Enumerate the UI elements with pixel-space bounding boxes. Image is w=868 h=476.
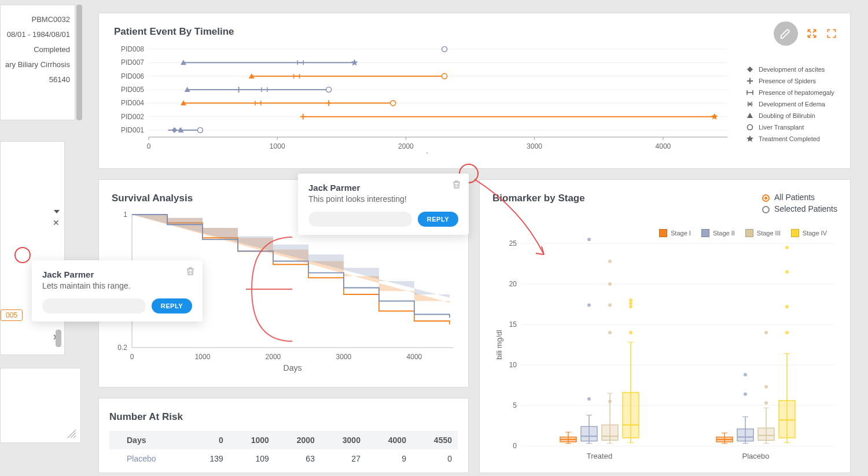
comment-author: Jack Parmer [42, 270, 192, 279]
svg-point-106 [744, 392, 747, 396]
biomarker-chart[interactable]: 0510152025bili mg/dlTreatedPlacebo [492, 238, 840, 469]
comment-body: Lets maintain this range. [42, 281, 192, 290]
svg-point-73 [587, 397, 591, 401]
comment-body: This point looks interesting! [308, 194, 458, 204]
annotation-circle [14, 246, 31, 264]
meta-line: PBMC0032 [5, 12, 70, 27]
comment-card: Jack Parmer Lets maintain this range. RE… [32, 260, 203, 322]
meta-line: 56140 [5, 72, 70, 87]
svg-text:1000: 1000 [270, 142, 285, 150]
svg-point-84 [608, 282, 612, 286]
svg-rect-111 [758, 428, 774, 440]
svg-text:3000: 3000 [336, 353, 352, 361]
svg-point-0 [15, 248, 30, 263]
svg-text:Days after Treatment: Days after Treatment [400, 152, 476, 153]
svg-text:bili mg/dl: bili mg/dl [495, 330, 503, 359]
svg-text:3000: 3000 [527, 142, 542, 150]
svg-text:PID008: PID008 [121, 45, 144, 53]
radio-all[interactable]: All Patients [762, 193, 837, 202]
timeline-panel: Patient Event By Timeline 01000200030004… [98, 13, 851, 169]
svg-text:0: 0 [513, 442, 517, 450]
stage-legend: Stage IStage IIStage IIIStage IV [492, 227, 837, 238]
svg-text:PID005: PID005 [121, 86, 144, 94]
svg-text:0: 0 [130, 353, 134, 361]
reply-input[interactable] [308, 212, 412, 227]
panel-title: Patient Event By Timeline [114, 26, 835, 38]
svg-point-36 [442, 73, 447, 79]
fullscreen-icon[interactable] [826, 28, 837, 39]
svg-point-38 [748, 125, 753, 130]
svg-text:PID007: PID007 [121, 58, 144, 67]
scrollbar[interactable] [56, 330, 61, 347]
resize-icon[interactable] [67, 429, 77, 439]
note-card [0, 368, 81, 443]
reply-button[interactable]: REPLY [418, 212, 458, 227]
svg-text:PID002: PID002 [121, 113, 144, 121]
svg-point-124 [785, 246, 789, 249]
comment-card: Jack Parmer This point looks interesting… [298, 174, 469, 235]
panel-title: Biomarker by Stage [492, 193, 762, 204]
svg-rect-104 [737, 429, 753, 441]
svg-text:0: 0 [147, 142, 151, 150]
svg-point-113 [764, 401, 768, 405]
svg-point-94 [629, 298, 632, 302]
svg-rect-119 [779, 401, 795, 438]
svg-rect-89 [623, 393, 639, 438]
svg-rect-71 [581, 426, 597, 441]
svg-text:10: 10 [509, 361, 517, 369]
svg-point-107 [744, 373, 747, 377]
study-meta-card: PBMC0032 08/01 - 1984/08/01 Completed ar… [0, 5, 75, 120]
svg-point-75 [587, 238, 591, 241]
svg-text:PID004: PID004 [121, 99, 144, 107]
svg-text:5: 5 [513, 401, 517, 409]
risk-table: Days010002000300040004550 Placebo1391096… [109, 431, 458, 468]
svg-text:1: 1 [123, 211, 127, 219]
radio-label: All Patients [774, 193, 815, 202]
meta-line: 08/01 - 1984/08/01 [5, 27, 70, 42]
svg-text:Days: Days [284, 363, 302, 372]
svg-point-34 [391, 101, 396, 106]
dropdown-caret[interactable] [54, 205, 60, 216]
svg-point-85 [608, 260, 612, 263]
svg-text:2000: 2000 [398, 142, 414, 150]
panel-title: Number At Risk [109, 411, 458, 423]
reply-button[interactable]: REPLY [152, 298, 192, 313]
scrollbar[interactable] [76, 5, 82, 120]
svg-text:0.2: 0.2 [117, 344, 127, 352]
expand-icon[interactable] [806, 28, 818, 39]
svg-point-81 [608, 400, 612, 403]
risk-panel: Number At Risk Days010002000300040004550… [98, 398, 469, 473]
comment-author: Jack Parmer [308, 183, 458, 193]
edit-button[interactable] [774, 21, 798, 46]
filter-card: ✕ 005 ✕ [0, 141, 65, 355]
svg-text:20: 20 [509, 280, 517, 288]
svg-text:2000: 2000 [266, 353, 281, 361]
svg-text:4000: 4000 [656, 142, 671, 150]
reply-input[interactable] [42, 298, 146, 313]
biomarker-panel: Biomarker by Stage All Patients Selected… [479, 179, 851, 473]
svg-point-83 [608, 303, 612, 307]
timeline-chart[interactable]: 01000200030004000Days after TreatmentPID… [114, 43, 739, 153]
svg-point-123 [785, 270, 789, 274]
meta-line: Completed [5, 42, 70, 57]
svg-text:4000: 4000 [407, 353, 422, 361]
svg-point-114 [764, 385, 768, 389]
svg-point-121 [785, 331, 789, 334]
svg-text:15: 15 [509, 320, 517, 329]
close-icon[interactable]: ✕ [53, 218, 60, 227]
radio-selected[interactable]: Selected Patients [762, 204, 837, 213]
patient-pill[interactable]: 005 [1, 309, 23, 321]
radio-label: Selected Patients [774, 204, 837, 213]
meta-line: ary Biliary Cirrhosis [5, 57, 70, 72]
svg-point-37 [442, 47, 447, 52]
svg-text:PID006: PID006 [121, 72, 144, 80]
svg-point-74 [587, 303, 591, 307]
svg-text:PID001: PID001 [121, 126, 144, 134]
svg-point-122 [785, 305, 789, 308]
svg-point-35 [326, 87, 332, 93]
svg-text:25: 25 [509, 239, 517, 248]
svg-point-91 [629, 331, 632, 334]
svg-rect-79 [602, 425, 618, 441]
trash-icon[interactable] [451, 179, 462, 192]
trash-icon[interactable] [185, 266, 196, 279]
